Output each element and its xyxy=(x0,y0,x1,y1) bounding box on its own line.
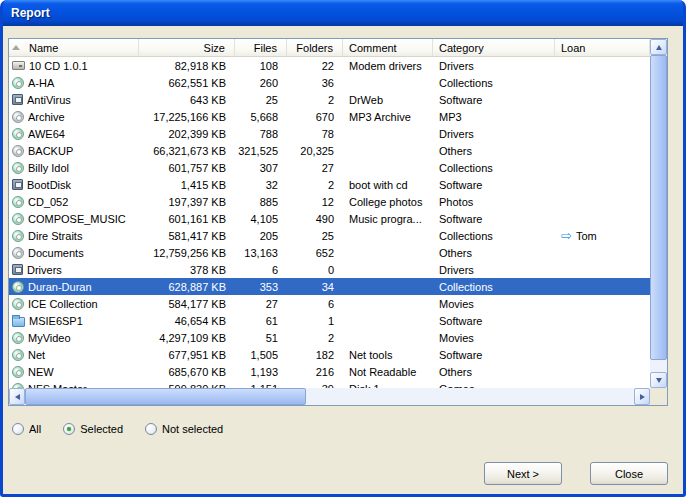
column-header-category[interactable]: Category xyxy=(433,39,555,56)
cell-name: Drivers xyxy=(9,261,139,278)
arrow-down-icon xyxy=(656,378,662,383)
cell-size: 601,161 KB xyxy=(139,210,235,227)
cell-folders: 670 xyxy=(287,108,343,125)
table-row[interactable]: MyVideo4,297,109 KB512Movies xyxy=(9,329,650,346)
cell-loan xyxy=(555,346,650,363)
cell-folders: 78 xyxy=(287,125,343,142)
table-row[interactable]: COMPOSE_MUSIC601,161 KB4,105490Music pro… xyxy=(9,210,650,227)
cell-files: 260 xyxy=(235,74,287,91)
close-button[interactable]: Close xyxy=(590,462,668,485)
vertical-scroll-thumb[interactable] xyxy=(650,55,667,360)
table-row[interactable]: NEW685,670 KB1,193216Not ReadableOthers xyxy=(9,363,650,380)
cell-folders: 490 xyxy=(287,210,343,227)
cell-files: 61 xyxy=(235,312,287,329)
table-row[interactable]: AntiVirus643 KB252DrWebSoftware xyxy=(9,91,650,108)
table-row[interactable]: Billy Idol601,757 KB30727Collections xyxy=(9,159,650,176)
table-row[interactable]: NFS Master599,830 KB1,15139Disk 1Games xyxy=(9,380,650,388)
column-header-files[interactable]: Files xyxy=(235,39,287,56)
column-header-size[interactable]: Size xyxy=(139,39,235,56)
cell-files: 1,505 xyxy=(235,346,287,363)
table-row[interactable]: CD_052197,397 KB88512College photosPhoto… xyxy=(9,193,650,210)
column-header-folders[interactable]: Folders xyxy=(287,39,343,56)
cell-category: Collections xyxy=(433,159,555,176)
row-name-label: Drivers xyxy=(27,264,62,276)
cell-folders: 2 xyxy=(287,176,343,193)
column-header-loan[interactable]: Loan xyxy=(555,39,650,56)
row-name-label: COMPOSE_MUSIC xyxy=(28,213,126,225)
table-row[interactable]: A-HA662,551 KB26036Collections xyxy=(9,74,650,91)
cell-comment xyxy=(343,261,433,278)
column-header-label: Comment xyxy=(349,42,397,54)
horizontal-scroll-track[interactable] xyxy=(25,388,634,405)
table-row[interactable]: ICE Collection584,177 KB276Movies xyxy=(9,295,650,312)
radio-selected[interactable]: Selected xyxy=(63,423,123,435)
cell-category: Drivers xyxy=(433,261,555,278)
horizontal-scroll-thumb[interactable] xyxy=(25,388,306,405)
cd-icon xyxy=(12,128,24,140)
radio-label: All xyxy=(29,423,41,435)
scroll-down-button[interactable] xyxy=(650,372,667,388)
cell-name: COMPOSE_MUSIC xyxy=(9,210,139,227)
scroll-up-button[interactable] xyxy=(650,39,667,55)
table-row[interactable]: Net677,951 KB1,505182Net toolsSoftware xyxy=(9,346,650,363)
radio-button-icon xyxy=(12,423,24,435)
table-row[interactable]: Archive17,225,166 KB5,668670MP3 ArchiveM… xyxy=(9,108,650,125)
cell-folders: 25 xyxy=(287,227,343,244)
cell-comment: Music progra... xyxy=(343,210,433,227)
cell-files: 1,151 xyxy=(235,380,287,388)
table-row[interactable]: 10 CD 1.0.182,918 KB10822Modem driversDr… xyxy=(9,57,650,74)
cell-category: Software xyxy=(433,176,555,193)
cell-loan xyxy=(555,244,650,261)
vertical-scroll-track[interactable] xyxy=(650,55,667,372)
cell-loan xyxy=(555,159,650,176)
column-header-comment[interactable]: Comment xyxy=(343,39,433,56)
scroll-left-button[interactable] xyxy=(9,388,25,405)
table-row[interactable]: BootDisk1,415 KB322boot with cdSoftware xyxy=(9,176,650,193)
column-header-label: Folders xyxy=(296,42,333,54)
radio-label: Not selected xyxy=(162,423,223,435)
row-name-label: A-HA xyxy=(28,77,54,89)
cell-files: 321,525 xyxy=(235,142,287,159)
table-row[interactable]: Duran-Duran628,887 KB35334Collections xyxy=(9,278,650,295)
scroll-right-button[interactable] xyxy=(634,388,650,405)
cell-comment: boot with cd xyxy=(343,176,433,193)
cd-icon xyxy=(12,281,24,293)
table-row[interactable]: BACKUP66,321,673 KB321,52520,325Others xyxy=(9,142,650,159)
cell-size: 17,225,166 KB xyxy=(139,108,235,125)
cell-files: 1,193 xyxy=(235,363,287,380)
cell-name: AWE64 xyxy=(9,125,139,142)
cell-category: Others xyxy=(433,142,555,159)
radio-all[interactable]: All xyxy=(12,423,41,435)
cell-size: 12,759,256 KB xyxy=(139,244,235,261)
cell-loan xyxy=(555,91,650,108)
cell-comment: Net tools xyxy=(343,346,433,363)
cell-loan xyxy=(555,125,650,142)
cd-gray-icon xyxy=(12,111,24,123)
table-row[interactable]: Drivers378 KB60Drivers xyxy=(9,261,650,278)
cell-loan xyxy=(555,57,650,74)
next-button[interactable]: Next > xyxy=(484,462,562,485)
row-name-label: Net xyxy=(28,349,45,361)
cell-loan xyxy=(555,142,650,159)
table-row[interactable]: AWE64202,399 KB78878Drivers xyxy=(9,125,650,142)
table-row[interactable]: MSIE6SP146,654 KB611Software xyxy=(9,312,650,329)
table-row[interactable]: Documents12,759,256 KB13,163652Others xyxy=(9,244,650,261)
table-row[interactable]: Dire Straits581,417 KB20525Collections⇨T… xyxy=(9,227,650,244)
radio-not-selected[interactable]: Not selected xyxy=(145,423,223,435)
filter-radio-group: AllSelectedNot selected xyxy=(12,423,245,435)
cell-files: 788 xyxy=(235,125,287,142)
cell-category: Photos xyxy=(433,193,555,210)
cd-icon xyxy=(12,383,24,389)
row-name-label: AWE64 xyxy=(28,128,65,140)
cell-category: Others xyxy=(433,363,555,380)
title-bar: Report xyxy=(3,0,683,26)
horizontal-scrollbar[interactable] xyxy=(9,388,650,405)
column-header-name[interactable]: Name xyxy=(9,39,139,56)
cell-loan xyxy=(555,193,650,210)
arrow-left-icon xyxy=(15,394,20,400)
cell-name: BACKUP xyxy=(9,142,139,159)
cell-files: 13,163 xyxy=(235,244,287,261)
cell-size: 46,654 KB xyxy=(139,312,235,329)
vertical-scrollbar[interactable] xyxy=(650,39,667,388)
cell-loan xyxy=(555,278,650,295)
